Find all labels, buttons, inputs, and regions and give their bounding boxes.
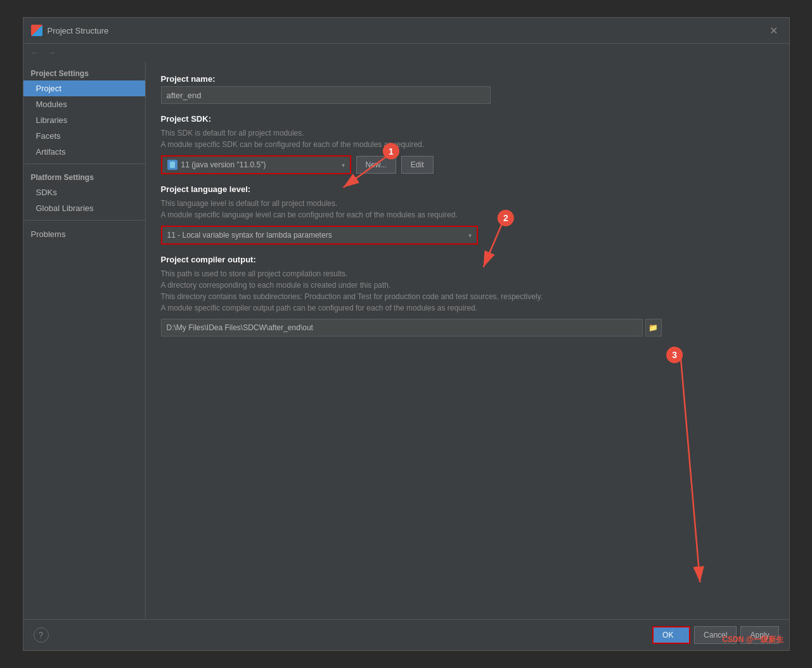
sidebar-item-sdks[interactable]: SDKs bbox=[23, 184, 145, 200]
watermark: CSDN @一级新生 bbox=[722, 634, 783, 645]
app-icon bbox=[31, 25, 42, 36]
sdk-value: 11 (java version "11.0.5") bbox=[181, 160, 338, 169]
sidebar-divider bbox=[23, 164, 145, 164]
dialog-title: Project Structure bbox=[48, 26, 109, 35]
ok-button[interactable]: OK bbox=[652, 626, 690, 644]
help-button[interactable]: ? bbox=[34, 627, 49, 643]
back-arrow[interactable]: ← bbox=[29, 46, 42, 59]
content-area: Project name: Project SDK: This SDK is d… bbox=[146, 61, 789, 619]
project-name-label: Project name: bbox=[161, 74, 774, 84]
language-desc1: This language level is default for all p… bbox=[161, 198, 774, 209]
sdk-dropdown-arrow: ▾ bbox=[342, 162, 345, 169]
sdk-new-button[interactable]: New... bbox=[356, 156, 396, 174]
sidebar-item-artifacts[interactable]: Artifacts bbox=[23, 144, 145, 160]
compiler-desc4: A module specific compiler output path c… bbox=[161, 302, 774, 314]
sidebar-item-global-libraries[interactable]: Global Libraries bbox=[23, 200, 145, 216]
sidebar-item-project[interactable]: Project bbox=[23, 80, 145, 96]
sidebar-item-problems[interactable]: Problems bbox=[23, 224, 145, 241]
sidebar-item-modules[interactable]: Modules bbox=[23, 96, 145, 112]
sidebar-item-libraries[interactable]: Libraries bbox=[23, 112, 145, 128]
compiler-desc1: This path is used to store all project c… bbox=[161, 268, 774, 279]
sdk-dropdown[interactable]: 11 (java version "11.0.5") ▾ bbox=[161, 155, 351, 174]
project-name-input[interactable] bbox=[161, 86, 491, 104]
platform-settings-section-label: Platform Settings bbox=[23, 168, 145, 184]
sidebar: Project Settings Project Modules Librari… bbox=[23, 61, 146, 619]
close-button[interactable]: ✕ bbox=[766, 23, 782, 38]
forward-arrow[interactable]: → bbox=[45, 46, 59, 59]
svg-text:3: 3 bbox=[672, 350, 677, 360]
sidebar-divider-2 bbox=[23, 220, 145, 221]
language-dropdown[interactable]: 11 - Local variable syntax for lambda pa… bbox=[161, 226, 478, 245]
compiler-desc2: A directory corresponding to each module… bbox=[161, 279, 774, 291]
sdk-section-title: Project SDK: bbox=[161, 114, 774, 124]
compiler-section-title: Project compiler output: bbox=[161, 255, 774, 264]
sdk-desc1: This SDK is default for all project modu… bbox=[161, 127, 774, 139]
folder-icon: 📁 bbox=[648, 323, 658, 332]
language-desc2: A module specific language level can be … bbox=[161, 209, 774, 221]
language-dropdown-arrow: ▾ bbox=[468, 232, 472, 239]
dialog-footer: ? OK Cancel Apply bbox=[23, 619, 789, 650]
compiler-desc3: This directory contains two subdirectori… bbox=[161, 291, 774, 302]
folder-browse-button[interactable]: 📁 bbox=[645, 319, 662, 337]
sdk-icon bbox=[167, 160, 177, 170]
project-settings-section-label: Project Settings bbox=[23, 64, 145, 80]
sdk-edit-button[interactable]: Edit bbox=[401, 156, 434, 174]
sdk-desc2: A module specific SDK can be configured … bbox=[161, 139, 774, 150]
output-path-input[interactable] bbox=[161, 319, 643, 337]
sidebar-item-facets[interactable]: Facets bbox=[23, 128, 145, 144]
language-section-title: Project language level: bbox=[161, 184, 774, 194]
svg-point-8 bbox=[666, 347, 683, 363]
language-value: 11 - Local variable syntax for lambda pa… bbox=[167, 231, 468, 240]
svg-line-3 bbox=[681, 359, 700, 582]
